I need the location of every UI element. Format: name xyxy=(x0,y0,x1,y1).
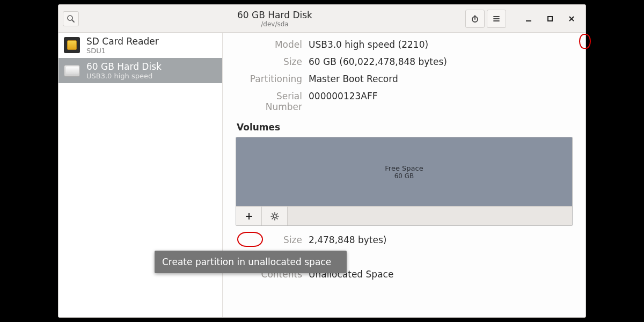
plus-icon xyxy=(245,212,253,221)
svg-line-20 xyxy=(272,218,273,219)
sidebar-item-title: 60 GB Hard Disk xyxy=(86,61,162,72)
window-body: SD Card Reader SDU1 60 GB Hard Disk USB3… xyxy=(58,33,586,317)
device-sidebar: SD Card Reader SDU1 60 GB Hard Disk USB3… xyxy=(58,33,223,317)
svg-rect-8 xyxy=(548,17,552,21)
minimize-icon xyxy=(525,15,532,23)
value-partitioning: Master Boot Record xyxy=(309,74,573,84)
tooltip-create-partition: Create partition in unallocated space xyxy=(155,251,347,273)
maximize-icon xyxy=(546,15,554,23)
sidebar-item-subtitle: SDU1 xyxy=(86,47,159,55)
value-model: USB3.0 high speed (2210) xyxy=(309,39,573,50)
svg-point-13 xyxy=(273,215,276,218)
sd-card-icon xyxy=(64,37,81,54)
label-vol-size: Size xyxy=(239,235,302,245)
volume-settings-button[interactable] xyxy=(262,207,288,226)
sidebar-item-subtitle: USB3.0 high speed xyxy=(86,72,162,80)
value-vol-size-partial: 2,478,848 bytes) xyxy=(309,235,573,245)
volume-region-label: Free Space xyxy=(385,164,423,172)
sidebar-item-hard-disk[interactable]: 60 GB Hard Disk USB3.0 high speed xyxy=(58,58,222,83)
find-disk-button[interactable] xyxy=(63,11,79,26)
label-size: Size xyxy=(239,56,302,67)
magnifier-icon xyxy=(67,14,75,23)
hard-disk-icon xyxy=(64,62,81,79)
sidebar-item-title: SD Card Reader xyxy=(86,36,159,47)
volume-region-size: 60 GB xyxy=(385,172,423,180)
gear-icon xyxy=(270,212,279,221)
detail-pane: Model USB3.0 high speed (2210) Size 60 G… xyxy=(223,33,586,317)
window-subtitle: /dev/sda xyxy=(84,20,465,28)
header-bar: 60 GB Hard Disk /dev/sda xyxy=(58,5,586,33)
svg-line-19 xyxy=(276,218,277,219)
maximize-button[interactable] xyxy=(540,10,560,28)
volume-map: Free Space 60 GB xyxy=(236,137,573,226)
label-serial: Serial Number xyxy=(239,91,302,112)
value-vol-contents: Unallocated Space xyxy=(309,269,573,280)
hamburger-icon xyxy=(492,14,501,23)
volumes-heading: Volumes xyxy=(237,122,573,133)
svg-line-18 xyxy=(272,214,273,215)
add-partition-button[interactable] xyxy=(236,207,262,226)
svg-line-1 xyxy=(72,20,74,22)
sidebar-item-sd-reader[interactable]: SD Card Reader SDU1 xyxy=(58,33,222,58)
disk-info-grid: Model USB3.0 high speed (2210) Size 60 G… xyxy=(239,39,573,112)
svg-line-21 xyxy=(276,214,277,215)
volume-toolbar xyxy=(236,206,572,225)
power-button[interactable] xyxy=(465,10,485,28)
window-title: 60 GB Hard Disk xyxy=(84,10,465,20)
minimize-button[interactable] xyxy=(519,10,538,28)
value-size: 60 GB (60,022,478,848 bytes) xyxy=(309,56,573,67)
label-model: Model xyxy=(239,39,302,50)
close-button[interactable] xyxy=(562,10,581,28)
value-serial: 000000123AFF xyxy=(309,91,573,112)
volume-region-free[interactable]: Free Space 60 GB xyxy=(236,137,572,206)
value-vol-device xyxy=(309,252,573,262)
menu-button[interactable] xyxy=(487,10,506,28)
power-icon xyxy=(471,14,479,23)
label-partitioning: Partitioning xyxy=(239,74,302,84)
close-icon xyxy=(568,15,575,23)
